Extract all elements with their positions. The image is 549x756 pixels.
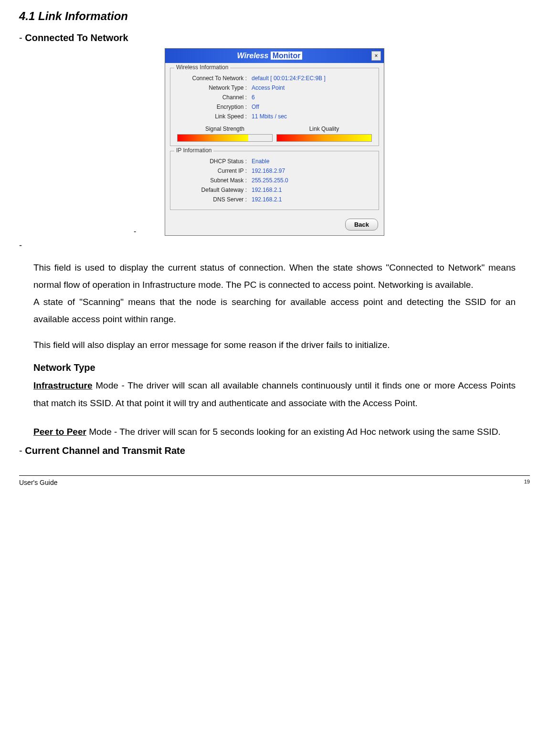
dhcp-value: Enable (252, 158, 269, 165)
dash-alone: - (19, 241, 530, 251)
p2p-rest: Mode - The driver will scan for 5 second… (86, 427, 501, 437)
encryption-value: Off (252, 104, 259, 110)
network-type-value: Access Point (252, 84, 285, 91)
back-button[interactable]: Back (345, 219, 378, 231)
encryption-label: Encryption : (175, 104, 252, 110)
infra-label: Infrastructure (33, 380, 93, 390)
connect-label: Connect To Network : (175, 75, 252, 82)
infra-rest: Mode - The driver will scan all availabl… (33, 380, 516, 408)
close-icon[interactable]: × (371, 51, 381, 61)
window-title: Wireless Monitor (168, 52, 371, 60)
network-type-label: Network Type : (175, 84, 252, 91)
dns-value: 192.168.2.1 (252, 196, 282, 203)
footer-page-number: 19 (524, 479, 530, 486)
link-quality-bar (276, 134, 372, 142)
paragraph-connection-status: This field is used to display the curren… (33, 259, 516, 328)
network-type-heading: Network Type (33, 362, 516, 373)
ip-label: Current IP : (175, 168, 252, 174)
peer-to-peer-mode-text: Peer to Peer Mode - The driver will scan… (33, 423, 516, 441)
link-speed-label: Link Speed : (175, 113, 252, 120)
channel-label: Channel : (175, 94, 252, 101)
title-monitor-text: Monitor (271, 52, 303, 60)
dash-mark: - (134, 227, 136, 236)
gateway-value: 192.168.2.1 (252, 187, 282, 193)
title-wireless-text: Wireless (237, 52, 269, 60)
paragraph-error-message: This field will also display an error me… (33, 336, 516, 354)
link-speed-value: 11 Mbits / sec (252, 113, 287, 120)
wireless-info-group: Wireless Information Connect To Network … (170, 68, 379, 146)
page-footer: User's Guide 19 (19, 475, 530, 486)
bullet-connected-to-network: Connected To Network (19, 32, 530, 43)
bullet-current-channel: Current Channel and Transmit Rate (19, 445, 530, 456)
link-quality-label: Link Quality (276, 126, 372, 132)
dhcp-label: DHCP Status : (175, 158, 252, 165)
p2p-label: Peer to Peer (33, 427, 86, 437)
gateway-label: Default Gateway : (175, 187, 252, 193)
channel-value: 6 (252, 94, 255, 101)
infrastructure-mode-text: Infrastructure Mode - The driver will sc… (33, 377, 516, 411)
connect-value: default [ 00:01:24:F2:EC:9B ] (252, 75, 326, 82)
section-title: 4.1 Link Information (19, 10, 530, 23)
p1b-text: A state of "Scanning" means that the nod… (33, 297, 516, 324)
subnet-value: 255.255.255.0 (252, 177, 288, 184)
ip-value: 192.168.2.97 (252, 168, 285, 174)
wireless-monitor-window: Wireless Monitor × Wireless Information … (165, 48, 384, 236)
subnet-label: Subnet Mask : (175, 177, 252, 184)
wireless-info-title: Wireless Information (174, 64, 230, 71)
signal-strength-bar (177, 134, 273, 142)
title-bar: Wireless Monitor × (165, 49, 384, 63)
dns-label: DNS Server : (175, 196, 252, 203)
p1a-text: This field is used to display the curren… (33, 262, 516, 290)
ip-info-group: IP Information DHCP Status : Enable Curr… (170, 151, 379, 210)
footer-guide-text: User's Guide (19, 479, 57, 486)
signal-strength-label: Signal Strength (177, 126, 273, 132)
ip-info-title: IP Information (174, 147, 213, 154)
